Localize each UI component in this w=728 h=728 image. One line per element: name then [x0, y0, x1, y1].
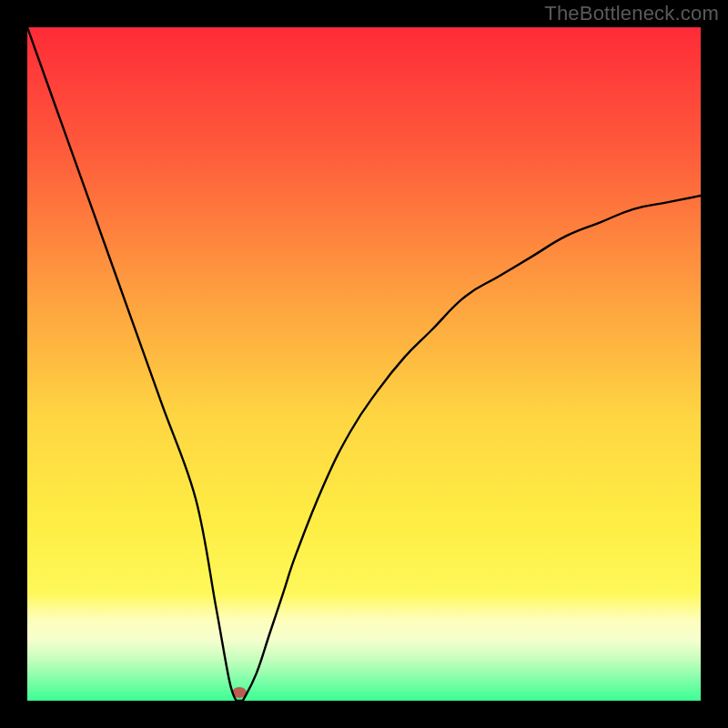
valley-marker [232, 687, 247, 698]
watermark-text: TheBottleneck.com [544, 2, 719, 25]
chart-stage: TheBottleneck.com [0, 0, 728, 728]
svg-rect-0 [27, 27, 701, 701]
chart-background [27, 27, 701, 701]
